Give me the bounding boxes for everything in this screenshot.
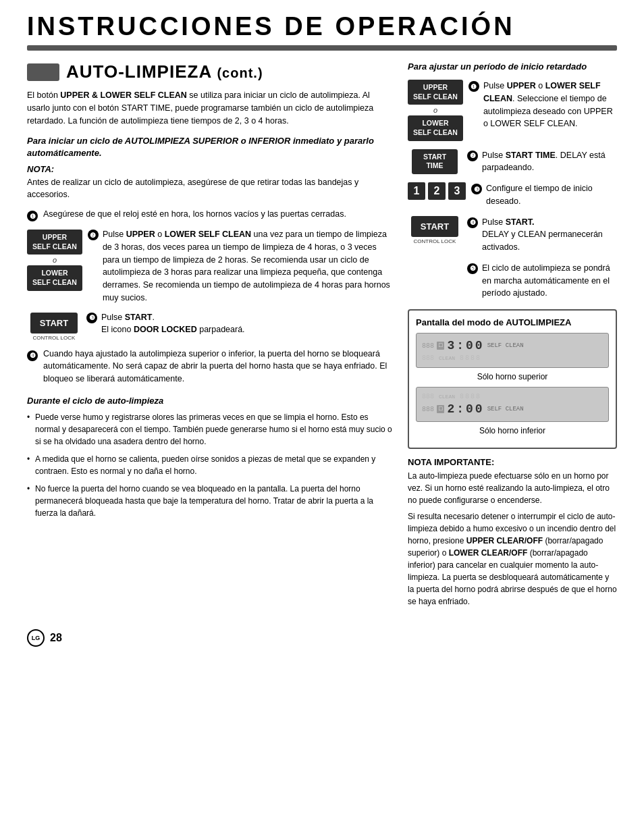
sub-heading-immediate: Para iniciar un ciclo de AUTOLIMPIEZA SU… — [27, 135, 394, 159]
main-content: AUTO-LIMPIEZA (cont.) El botón UPPER & L… — [0, 51, 644, 625]
upper-self-clean-button-right[interactable]: UPPER SELF CLEAN — [408, 80, 463, 105]
step3-number: ❸ — [86, 313, 97, 323]
or-separator-right: o — [433, 106, 437, 114]
or-separator-left: o — [53, 256, 57, 264]
section-title-row: AUTO-LIMPIEZA (cont.) — [27, 61, 394, 82]
right-step-5-row: ❺ El ciclo de autolimpieza se pondrá en … — [408, 262, 617, 300]
header-rule — [27, 45, 617, 51]
step4-number: ❹ — [27, 350, 38, 361]
right-step3-text: Configure el tiempo de inicio deseado. — [486, 182, 617, 208]
intro-paragraph: El botón UPPER & LOWER SELF CLEAN se uti… — [27, 89, 394, 127]
screen2-caption: Sólo horno inferior — [416, 426, 609, 435]
start-button-right-wrap: START CONTROL LOCK — [411, 216, 458, 244]
nota-importante-label: NOTA IMPORTANTE: — [408, 457, 617, 467]
display-screen-2: 888 CLEAN 8888 888 □ 2:00 SELF CLEAN — [416, 387, 609, 422]
left-column: AUTO-LIMPIEZA (cont.) El botón UPPER & L… — [27, 61, 394, 612]
section-title-text: AUTO-LIMPIEZA (cont.) — [66, 61, 263, 82]
durante-section: Durante el ciclo de auto-limpieza Puede … — [27, 395, 394, 519]
step2-number: ❷ — [88, 230, 99, 240]
nota-importante-text1: La auto-limpieza puede efectuarse sólo e… — [408, 470, 617, 506]
right-step1-text: Pulse UPPER o LOWER SELF CLEAN. Seleccio… — [483, 80, 617, 130]
durante-bullet-list: Puede verse humo y registrarse olores la… — [27, 411, 394, 519]
right-step-1-row: UPPER SELF CLEAN o LOWER SELF CLEAN ❶ Pu… — [408, 80, 617, 141]
number-box-1: 1 — [408, 182, 425, 200]
step-1-row: ❶ Asegúrese de que el reloj esté en hora… — [27, 208, 394, 221]
right-step-4-row: START CONTROL LOCK ❹ Pulse START.DELAY y… — [408, 216, 617, 254]
step3-text: Pulse START.El icono DOOR LOCKED parpade… — [101, 311, 394, 337]
right-step2-text: Pulse START TIME. DELAY está parpadeando… — [482, 149, 617, 175]
start-button-right[interactable]: START — [411, 216, 458, 237]
step-4-row: ❹ Cuando haya ajustado la autolimpieza s… — [27, 348, 394, 385]
right-column: Para ajustar un período de inicio retard… — [408, 61, 617, 612]
durante-heading: Durante el ciclo de auto-limpieza — [27, 395, 394, 407]
right-step2-number: ❷ — [467, 151, 478, 161]
number-box-3: 3 — [448, 182, 466, 200]
lower-self-clean-button-left[interactable]: LOWER SELF CLEAN — [27, 265, 82, 290]
screen1-caption: Sólo horno superior — [416, 372, 609, 381]
control-lock-label-left: CONTROL LOCK — [33, 335, 76, 341]
step-3-row: START CONTROL LOCK ❸ Pulse START.El icon… — [27, 311, 394, 341]
page-title: INSTRUCCIONES DE OPERACIÓN — [27, 12, 617, 41]
right-step3-number: ❸ — [471, 184, 482, 194]
step-2-row: UPPER SELF CLEAN o LOWER SELF CLEAN ❷ Pu… — [27, 228, 394, 304]
right-step5-number: ❺ — [467, 263, 478, 274]
start-time-button-right[interactable]: START TIME — [412, 149, 458, 174]
upper-self-clean-button-left[interactable]: UPPER SELF CLEAN — [27, 230, 82, 255]
page-footer: LG 28 — [0, 629, 644, 647]
step1-number: ❶ — [27, 211, 38, 221]
right-section-title: Para ajustar un período de inicio retard… — [408, 61, 617, 72]
nota-text: Antes de realizar un ciclo de autolimpie… — [27, 176, 394, 202]
nota-importante-text2: Si resulta necesario detener o interrump… — [408, 510, 617, 608]
nota-importante-section: NOTA IMPORTANTE: La auto-limpieza puede … — [408, 457, 617, 608]
bullet-item-2: A medida que el horno se calienta, puede… — [27, 453, 394, 477]
display-screen-1: 888 □ 3:00 SELF CLEAN 888 CLEAN 8888 — [416, 333, 609, 368]
right-step-3-row: 1 2 3 ❸ Configure el tiempo de inicio de… — [408, 182, 617, 208]
lower-self-clean-button-right[interactable]: LOWER SELF CLEAN — [408, 115, 463, 140]
bullet-item-3: No fuerce la puerta del horno cuando se … — [27, 483, 394, 519]
step2-text: Pulse UPPER o LOWER SELF CLEAN una vez p… — [103, 228, 394, 304]
step1-text: Asegúrese de que el reloj esté en hora, … — [43, 208, 394, 221]
right-step5-text: El ciclo de autolimpieza se pondrá en ma… — [482, 262, 617, 300]
right-step4-text: Pulse START.DELAY y CLEAN permanecerán a… — [482, 216, 617, 254]
start-button-left-wrap: START CONTROL LOCK — [30, 313, 78, 341]
lg-logo: LG — [27, 629, 45, 647]
nota-label: NOTA: — [27, 164, 394, 174]
page-number: 28 — [50, 632, 62, 644]
pantalla-title: Pantalla del modo de AUTOLIMPIEZA — [416, 317, 609, 327]
control-lock-label-right: CONTROL LOCK — [414, 238, 456, 244]
step4-text: Cuando haya ajustado la autolimpieza sup… — [43, 348, 394, 385]
right-step4-number: ❹ — [467, 217, 478, 228]
right-step1-number: ❶ — [468, 81, 479, 92]
bullet-item-1: Puede verse humo y registrarse olores la… — [27, 411, 394, 448]
start-button-left[interactable]: START — [30, 313, 78, 334]
pantalla-box: Pantalla del modo de AUTOLIMPIEZA 888 □ … — [408, 309, 617, 449]
number-box-2: 2 — [428, 182, 446, 200]
title-bar-decoration — [27, 63, 59, 81]
right-step-2-row: START TIME ❷ Pulse START TIME. DELAY est… — [408, 149, 617, 175]
page-header: INSTRUCCIONES DE OPERACIÓN — [0, 0, 644, 51]
